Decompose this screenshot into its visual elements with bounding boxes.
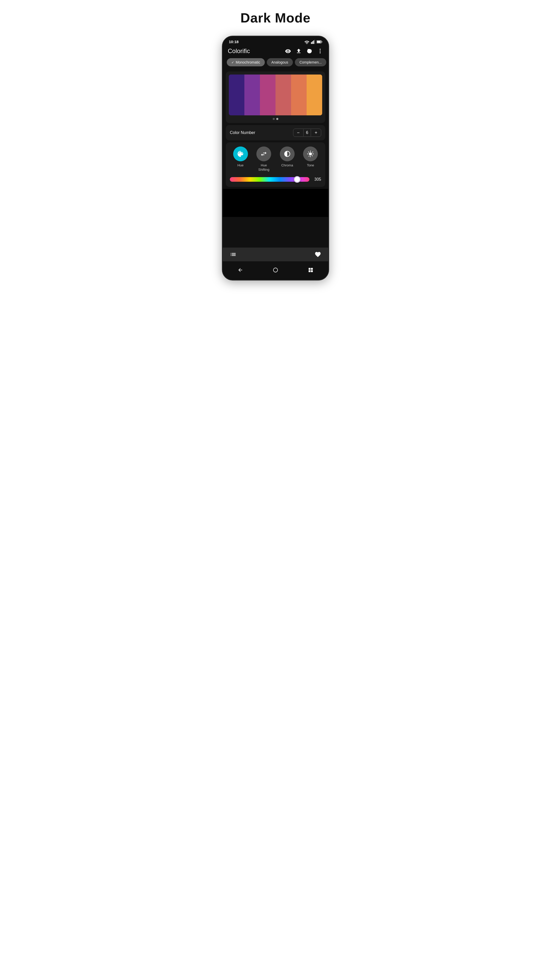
home-button[interactable] xyxy=(271,266,280,275)
hue-slider-track[interactable] xyxy=(230,177,310,182)
increment-button[interactable]: + xyxy=(311,129,321,137)
hue-value: 305 xyxy=(312,177,321,182)
svg-rect-3 xyxy=(314,40,315,44)
palette-icon xyxy=(237,150,244,158)
content-gap xyxy=(223,189,328,217)
back-icon xyxy=(238,267,243,273)
contrast-icon xyxy=(284,150,291,158)
color-number-label: Color Number xyxy=(230,130,256,135)
palette-dots xyxy=(229,118,322,120)
svg-rect-11 xyxy=(309,268,310,270)
back-button[interactable] xyxy=(236,266,245,275)
status-time: 10:18 xyxy=(229,40,238,44)
check-icon: ✓ xyxy=(231,60,234,64)
swap-icon xyxy=(260,150,267,158)
mode-section: Hue HueShifting xyxy=(226,142,325,187)
brightness-icon xyxy=(307,150,314,158)
svg-rect-14 xyxy=(311,270,313,272)
eye-icon[interactable] xyxy=(285,48,291,54)
upload-icon[interactable] xyxy=(295,48,302,54)
app-actions xyxy=(285,48,323,54)
swatch-5[interactable] xyxy=(306,75,322,115)
tone-label: Tone xyxy=(307,163,314,168)
page-title: Dark Mode xyxy=(241,10,311,25)
system-nav xyxy=(223,261,328,280)
svg-point-10 xyxy=(273,268,278,272)
chroma-label: Chroma xyxy=(281,163,293,168)
counter-value: 6 xyxy=(303,129,311,137)
home-icon xyxy=(273,267,278,273)
color-number-section: Color Number − 6 + xyxy=(226,125,325,140)
status-bar: 10:18 xyxy=(223,37,328,45)
palette-section xyxy=(226,72,325,123)
list-icon[interactable] xyxy=(230,251,237,258)
svg-point-8 xyxy=(320,51,321,52)
svg-rect-0 xyxy=(311,42,312,44)
hue-slider-row: 305 xyxy=(229,177,322,182)
signal-icon xyxy=(311,40,315,44)
tab-analogous[interactable]: Analogous xyxy=(267,58,293,66)
swatch-0[interactable] xyxy=(229,75,245,115)
mode-buttons: Hue HueShifting xyxy=(229,146,322,172)
more-icon[interactable] xyxy=(317,48,323,54)
dot-0[interactable] xyxy=(273,118,275,120)
app-title: Colorific xyxy=(228,48,250,55)
svg-rect-6 xyxy=(317,41,321,43)
hue-shifting-mode-button[interactable]: HueShifting xyxy=(256,146,271,172)
tab-complementary[interactable]: Complemen... xyxy=(295,58,326,66)
phone-frame: 10:18 xyxy=(222,36,329,280)
svg-rect-13 xyxy=(309,270,310,272)
status-icons xyxy=(304,40,322,44)
hue-icon-circle xyxy=(233,146,248,161)
app-bar: Colorific xyxy=(223,45,328,58)
refresh-icon[interactable] xyxy=(306,48,313,54)
hue-label: Hue xyxy=(238,163,244,168)
swatch-3[interactable] xyxy=(275,75,291,115)
wifi-icon xyxy=(304,40,310,44)
chroma-icon-circle xyxy=(280,146,295,161)
recent-button[interactable] xyxy=(306,266,315,275)
recent-icon xyxy=(308,267,313,273)
counter-control: − 6 + xyxy=(293,129,321,137)
hue-shifting-label: HueShifting xyxy=(259,163,269,172)
battery-icon xyxy=(317,40,322,44)
svg-rect-12 xyxy=(311,268,313,270)
svg-point-7 xyxy=(320,49,321,50)
hue-thumb[interactable] xyxy=(294,176,300,183)
decrement-button[interactable]: − xyxy=(293,129,303,137)
bottom-nav xyxy=(223,248,328,261)
swatch-1[interactable] xyxy=(245,75,260,115)
swatch-4[interactable] xyxy=(291,75,306,115)
chroma-mode-button[interactable]: Chroma xyxy=(280,146,295,172)
tone-mode-button[interactable]: Tone xyxy=(303,146,318,172)
svg-point-9 xyxy=(320,52,321,53)
tone-icon-circle xyxy=(303,146,318,161)
dot-1[interactable] xyxy=(276,118,278,120)
hue-mode-button[interactable]: Hue xyxy=(233,146,248,172)
svg-rect-1 xyxy=(312,41,313,44)
color-swatches xyxy=(229,75,322,115)
page-wrapper: Dark Mode 10:18 xyxy=(206,10,345,280)
hue-shifting-icon-circle xyxy=(256,146,271,161)
tab-monochromatic[interactable]: ✓ Monochromatic xyxy=(227,58,265,66)
swatch-2[interactable] xyxy=(260,75,275,115)
svg-rect-2 xyxy=(313,40,314,44)
tab-bar: ✓ Monochromatic Analogous Complemen... xyxy=(223,58,328,69)
heart-icon[interactable] xyxy=(314,251,321,258)
svg-rect-5 xyxy=(322,41,322,42)
